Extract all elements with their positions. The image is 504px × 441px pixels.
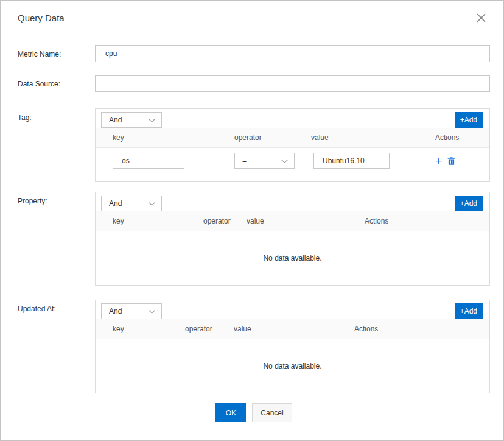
updated-at-logic-select[interactable]: And bbox=[101, 303, 162, 319]
updated-at-label: Updated At: bbox=[18, 300, 95, 313]
page-title: Query Data bbox=[18, 13, 65, 23]
chevron-down-icon bbox=[149, 307, 155, 316]
property-logic-value: And bbox=[109, 199, 122, 208]
tag-col-actions: Actions bbox=[435, 133, 489, 142]
chevron-down-icon bbox=[281, 157, 288, 165]
updated-at-col-key: key bbox=[96, 325, 185, 333]
property-col-actions: Actions bbox=[365, 217, 489, 225]
updated-at-table-header: key operator value Actions bbox=[96, 319, 489, 339]
tag-row-actions: + bbox=[435, 155, 489, 167]
updated-at-add-button[interactable]: +Add bbox=[455, 303, 483, 319]
tag-table-row: = + bbox=[96, 148, 489, 174]
data-source-label: Data Source: bbox=[18, 75, 95, 88]
property-filter-box: And +Add key operator value Actions No d… bbox=[95, 192, 490, 286]
property-add-button[interactable]: +Add bbox=[455, 196, 483, 211]
property-filter-toolbar: And +Add bbox=[96, 196, 489, 211]
add-row-icon[interactable]: + bbox=[435, 155, 442, 167]
tag-filter-box: And +Add key operator value Actions bbox=[95, 108, 490, 182]
updated-at-section: Updated At: And +Add key operator value … bbox=[18, 300, 490, 393]
metric-name-input[interactable] bbox=[95, 45, 490, 62]
data-source-input[interactable] bbox=[95, 75, 490, 92]
property-table-header: key operator value Actions bbox=[96, 211, 489, 231]
tag-table-header: key operator value Actions bbox=[96, 128, 489, 148]
tag-col-operator: operator bbox=[234, 133, 311, 142]
updated-at-col-operator: operator bbox=[185, 325, 234, 333]
tag-logic-select[interactable]: And bbox=[101, 112, 162, 128]
query-data-dialog: Query Data Metric Name: Data Source: Tag… bbox=[0, 0, 504, 441]
updated-at-filter-toolbar: And +Add bbox=[96, 303, 489, 319]
cancel-button[interactable]: Cancel bbox=[252, 403, 292, 422]
updated-at-col-value: value bbox=[234, 325, 354, 333]
delete-row-button[interactable] bbox=[447, 157, 455, 165]
tag-value-input[interactable] bbox=[313, 153, 390, 169]
chevron-down-icon bbox=[149, 116, 155, 124]
tag-filter-toolbar: And +Add bbox=[96, 112, 489, 128]
property-label: Property: bbox=[18, 192, 95, 205]
tag-logic-value: And bbox=[109, 116, 122, 124]
data-source-row: Data Source: bbox=[18, 75, 490, 92]
dialog-footer: OK Cancel bbox=[18, 403, 490, 422]
ok-button[interactable]: OK bbox=[215, 403, 246, 422]
property-col-key: key bbox=[96, 217, 203, 225]
tag-section: Tag: And +Add key operator value Actions bbox=[18, 108, 490, 182]
property-col-value: value bbox=[247, 217, 365, 225]
close-button[interactable] bbox=[475, 12, 488, 24]
metric-name-label: Metric Name: bbox=[18, 45, 95, 58]
property-logic-select[interactable]: And bbox=[101, 196, 162, 211]
dialog-body: Metric Name: Data Source: Tag: And +Add bbox=[1, 30, 503, 422]
updated-at-empty-message: No data available. bbox=[96, 339, 489, 393]
tag-col-value: value bbox=[311, 133, 435, 142]
tag-add-button[interactable]: +Add bbox=[455, 112, 483, 128]
chevron-down-icon bbox=[149, 199, 155, 208]
dialog-header: Query Data bbox=[1, 1, 503, 30]
updated-at-logic-value: And bbox=[109, 307, 122, 316]
metric-name-row: Metric Name: bbox=[18, 45, 490, 62]
close-icon bbox=[476, 16, 486, 25]
property-col-operator: operator bbox=[203, 217, 247, 225]
tag-col-key: key bbox=[96, 133, 234, 142]
tag-operator-value: = bbox=[242, 157, 247, 165]
trash-icon bbox=[447, 158, 455, 167]
updated-at-filter-box: And +Add key operator value Actions No d… bbox=[95, 300, 490, 393]
property-section: Property: And +Add key operator value Ac… bbox=[18, 192, 490, 286]
updated-at-col-actions: Actions bbox=[354, 325, 489, 333]
tag-operator-select[interactable]: = bbox=[234, 153, 295, 169]
property-empty-message: No data available. bbox=[96, 231, 489, 285]
tag-label: Tag: bbox=[18, 108, 95, 122]
tag-key-input[interactable] bbox=[113, 153, 184, 169]
